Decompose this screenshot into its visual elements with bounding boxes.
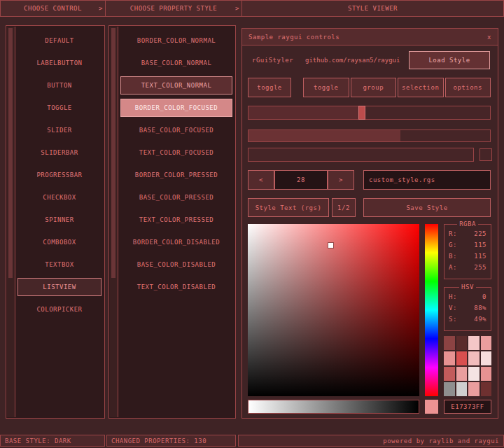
toggle-group-item-toggle[interactable]: toggle (303, 78, 349, 97)
breadcrumb-choose-property-style: CHOOSE PROPERTY STYLE > (105, 0, 242, 17)
color-swatch-13[interactable] (456, 382, 468, 396)
value-gradient-bar[interactable] (248, 400, 419, 414)
spinner-value-box[interactable]: 28 (274, 170, 328, 190)
style-viewer-header: STYLE VIEWER (241, 0, 504, 17)
controls-list: DEFAULTLABELBUTTONBUTTONTOGGLESLIDERSLID… (18, 31, 102, 323)
style-viewer-label: STYLE VIEWER (348, 5, 398, 12)
control-item-slider[interactable]: SLIDER (18, 121, 102, 139)
toggle-group-item-group[interactable]: group (351, 78, 397, 97)
window-title: Sample raygui controls (248, 34, 340, 41)
slider-handle[interactable] (358, 106, 365, 120)
load-style-button[interactable]: Load Style (409, 51, 490, 69)
property-item-base-color-focused[interactable]: BASE_COLOR_FOCUSED (120, 121, 232, 139)
control-item-colorpicker[interactable]: COLORPICKER (18, 300, 102, 318)
control-item-spinner[interactable]: SPINNER (18, 211, 102, 229)
spinner-increment-button[interactable]: > (328, 170, 354, 190)
current-color-swatch[interactable] (425, 400, 438, 414)
control-item-checkbox[interactable]: CHECKBOX (18, 188, 102, 206)
property-item-text-color-disabled[interactable]: TEXT_COLOR_DISABLED (120, 278, 232, 296)
property-item-border-color-normal[interactable]: BORDER_COLOR_NORMAL (120, 31, 232, 50)
control-item-button[interactable]: BUTTON (18, 76, 102, 94)
color-swatch-12[interactable] (444, 382, 455, 396)
rgba-row-r: R:225 (446, 228, 489, 239)
style-viewer-window: Sample raygui controls x rGuiStyler gith… (241, 28, 498, 419)
property-item-text-color-focused[interactable]: TEXT_COLOR_FOCUSED (120, 144, 232, 162)
properties-scrollbar-thumb[interactable] (111, 28, 115, 278)
color-swatch-0[interactable] (444, 336, 455, 350)
property-item-base-color-pressed[interactable]: BASE_COLOR_PRESSED (120, 188, 232, 206)
color-swatch-3[interactable] (481, 336, 492, 350)
sample-toggle-button[interactable]: toggle (248, 78, 291, 97)
hsv-row-h: H:0 (446, 291, 489, 302)
property-item-border-color-focused[interactable]: BORDER_COLOR_FOCUSED (120, 99, 232, 117)
control-item-toggle[interactable]: TOGGLE (18, 99, 102, 117)
rgba-values: R:225G:115B:115A:255 (446, 228, 489, 273)
rguistyler-brand-label: rGuiStyler (252, 57, 293, 64)
color-swatch-8[interactable] (444, 367, 455, 381)
properties-scrollbar[interactable] (110, 27, 118, 417)
color-picker-area[interactable] (248, 224, 419, 396)
github-link[interactable]: github.com/raysan5/raygui (305, 57, 400, 64)
sample-progressbar (248, 130, 491, 142)
sample-sliderbar[interactable] (248, 148, 474, 162)
control-item-default[interactable]: DEFAULT (18, 31, 102, 50)
property-item-text-color-normal[interactable]: TEXT_COLOR_NORMAL (120, 76, 232, 94)
control-item-textbox[interactable]: TEXTBOX (18, 255, 102, 274)
control-item-sliderbar[interactable]: SLIDERBAR (18, 144, 102, 162)
hsv-values: H:0V:88%S:49% (446, 291, 489, 325)
toggle-group-item-selection[interactable]: selection (398, 78, 444, 97)
choose-property-style-label: CHOOSE PROPERTY STYLE (130, 5, 217, 12)
color-swatch-7[interactable] (481, 351, 492, 365)
powered-by-label: powered by raylib and raygui (383, 438, 499, 444)
color-swatch-9[interactable] (456, 367, 468, 381)
top-bar: CHOOSE CONTROL > CHOOSE PROPERTY STYLE >… (0, 0, 504, 17)
color-swatch-2[interactable] (468, 336, 479, 350)
style-text-format-button[interactable]: Style Text (rgs) (248, 198, 329, 217)
window-title-bar[interactable]: Sample raygui controls x (242, 29, 498, 46)
base-style-label: BASE STYLE: DARK (5, 438, 71, 444)
controls-scrollbar-thumb[interactable] (8, 28, 13, 278)
color-swatch-6[interactable] (468, 351, 479, 365)
hsv-group-label: HSV (459, 284, 476, 290)
control-item-combobox[interactable]: COMBOBOX (18, 233, 102, 251)
sample-slider[interactable] (248, 106, 491, 120)
properties-list-panel: BORDER_COLOR_NORMALBASE_COLOR_NORMALTEXT… (108, 25, 236, 419)
color-swatch-14[interactable] (468, 382, 479, 396)
rgba-group-label: RGBA (457, 220, 478, 227)
toggle-group-item-options[interactable]: options (445, 78, 491, 97)
property-item-base-color-disabled[interactable]: BASE_COLOR_DISABLED (120, 255, 232, 274)
window-body: rGuiStyler github.com/raysan5/raygui Loa… (242, 46, 498, 418)
control-item-progressbar[interactable]: PROGRESSBAR (18, 166, 102, 184)
chevron-right-icon: > (99, 5, 103, 12)
hsv-row-v: V:88% (446, 302, 489, 314)
color-swatch-15[interactable] (481, 382, 492, 396)
color-swatch-5[interactable] (456, 351, 468, 365)
picker-cursor[interactable] (328, 243, 333, 248)
property-item-border-color-pressed[interactable]: BORDER_COLOR_PRESSED (120, 166, 232, 184)
control-item-listview[interactable]: LISTVIEW (18, 278, 102, 296)
style-filename-textbox[interactable]: custom_style.rgs (363, 170, 491, 190)
rguistyler-app: CHOOSE CONTROL > CHOOSE PROPERTY STYLE >… (0, 0, 504, 448)
color-swatch-grid (444, 336, 491, 396)
property-item-border-color-disabled[interactable]: BORDER_COLOR_DISABLED (120, 233, 232, 251)
hex-color-textbox[interactable]: E17373FF (444, 400, 491, 414)
color-swatch-10[interactable] (468, 367, 479, 381)
property-item-base-color-normal[interactable]: BASE_COLOR_NORMAL (120, 54, 232, 72)
page-indicator[interactable]: 1/2 (332, 198, 356, 217)
hue-bar[interactable] (425, 224, 438, 396)
status-powered-by: powered by raylib and raygui (238, 435, 504, 447)
control-item-labelbutton[interactable]: LABELBUTTON (18, 54, 102, 72)
properties-list: BORDER_COLOR_NORMALBASE_COLOR_NORMALTEXT… (120, 31, 232, 300)
controls-list-panel: DEFAULTLABELBUTTONBUTTONTOGGLESLIDERSLID… (6, 25, 105, 419)
close-icon[interactable]: x (487, 34, 491, 41)
choose-control-label: CHOOSE CONTROL (24, 5, 82, 12)
color-swatch-4[interactable] (444, 351, 455, 365)
property-item-text-color-pressed[interactable]: TEXT_COLOR_PRESSED (120, 211, 232, 229)
save-style-button[interactable]: Save Style (363, 198, 491, 217)
hsv-group-box: HSV H:0V:88%S:49% (444, 284, 491, 331)
sample-checkbox[interactable] (479, 148, 492, 161)
controls-scrollbar[interactable] (7, 27, 15, 417)
color-swatch-11[interactable] (481, 367, 492, 381)
spinner-decrement-button[interactable]: < (248, 170, 274, 190)
color-swatch-1[interactable] (456, 336, 468, 350)
